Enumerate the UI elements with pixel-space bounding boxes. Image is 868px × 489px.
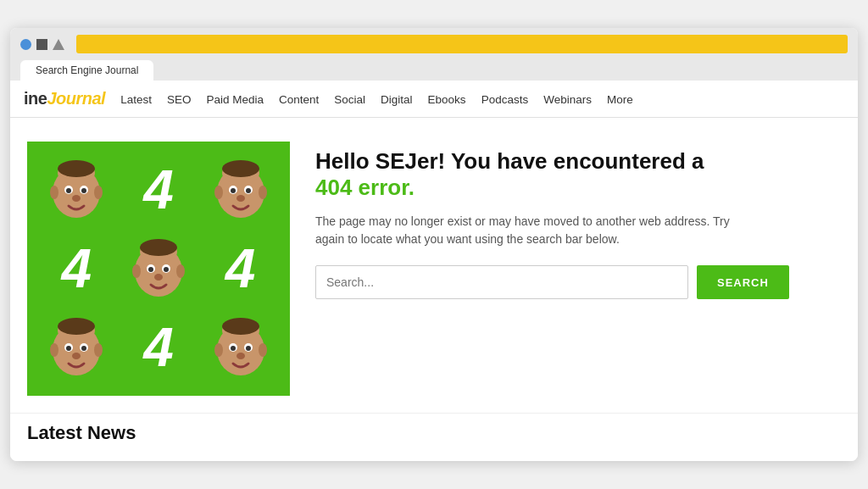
nav-item-more[interactable]: More (607, 92, 633, 107)
face-cell-1 (36, 150, 118, 229)
svg-point-38 (94, 343, 103, 357)
svg-point-16 (236, 195, 245, 202)
big-number-2: 4 (62, 242, 92, 296)
svg-point-47 (214, 343, 223, 357)
nav-item-content[interactable]: Content (279, 92, 319, 107)
svg-point-49 (222, 318, 259, 335)
svg-point-18 (259, 186, 267, 199)
search-row: SEARCH (315, 265, 841, 299)
error-heading-main: Hello SEJer! You have encountered a (315, 148, 704, 174)
number-cell-3: 4 (225, 242, 256, 296)
face-svg-3 (132, 239, 185, 298)
nav-item-ebooks[interactable]: Ebooks (428, 92, 466, 107)
face-svg-2 (214, 160, 267, 219)
svg-point-19 (222, 160, 259, 177)
svg-point-35 (81, 346, 86, 351)
svg-point-45 (246, 346, 251, 351)
svg-point-7 (50, 186, 58, 199)
number-cell-4: 4 (143, 320, 174, 375)
svg-point-25 (164, 267, 169, 272)
nav-item-digital[interactable]: Digital (381, 92, 413, 107)
search-input[interactable] (315, 265, 688, 299)
svg-point-24 (148, 267, 153, 272)
error-code: 404 error. (315, 175, 415, 200)
nav-item-webinars[interactable]: Webinars (543, 92, 592, 107)
browser-chrome: Search Engine Journal (10, 28, 858, 81)
svg-point-26 (154, 274, 163, 281)
svg-point-28 (176, 264, 185, 278)
svg-point-15 (246, 188, 251, 193)
error-heading: Hello SEJer! You have encountered a 404 … (315, 148, 841, 201)
svg-point-9 (58, 160, 95, 177)
face-cell-4 (36, 308, 118, 387)
latest-news-title: Latest News (27, 422, 841, 444)
face-svg-5 (214, 318, 267, 377)
svg-point-14 (231, 188, 236, 193)
browser-dot-square (36, 39, 47, 50)
face-svg-1 (50, 160, 103, 219)
svg-point-39 (58, 318, 95, 335)
svg-point-27 (132, 264, 141, 278)
nav-item-social[interactable]: Social (334, 92, 365, 107)
svg-point-29 (140, 239, 177, 256)
svg-point-34 (66, 346, 71, 351)
nav-menu: Latest SEO Paid Media Content Social Dig… (120, 92, 633, 107)
svg-point-48 (259, 343, 267, 357)
number-cell-2: 4 (62, 242, 92, 296)
error-description: The page may no longer exist or may have… (315, 213, 739, 248)
browser-tab[interactable]: Search Engine Journal (20, 60, 153, 81)
number-cell-1: 4 (143, 163, 174, 217)
svg-point-4 (66, 188, 71, 193)
svg-point-5 (81, 188, 86, 193)
svg-point-44 (231, 346, 236, 351)
address-bar[interactable] (76, 35, 848, 53)
svg-point-17 (214, 186, 223, 199)
search-button[interactable]: SEARCH (697, 265, 789, 299)
svg-point-8 (94, 186, 103, 199)
logo-engine-text: ine (24, 89, 47, 108)
svg-point-6 (72, 195, 81, 202)
browser-dot-blue (20, 39, 31, 50)
face-svg-4 (50, 318, 103, 377)
nav-item-latest[interactable]: Latest (120, 92, 152, 107)
latest-news-section: Latest News (10, 413, 858, 461)
logo-journal-text: Journal (47, 89, 105, 108)
error-404-image: 4 4 (27, 142, 290, 396)
svg-point-37 (50, 343, 58, 357)
face-cell-5 (199, 308, 281, 387)
browser-window: Search Engine Journal ineJournal Latest … (10, 28, 858, 461)
browser-tab-bar: Search Engine Journal (20, 60, 848, 81)
face-cell-3 (118, 229, 200, 308)
big-number-1: 4 (143, 163, 174, 217)
error-text-section: Hello SEJer! You have encountered a 404 … (315, 142, 841, 396)
nav-item-paid-media[interactable]: Paid Media (206, 92, 264, 107)
main-content: 4 4 (10, 118, 858, 413)
svg-point-36 (72, 353, 81, 359)
site-nav: ineJournal Latest SEO Paid Media Content… (10, 81, 858, 118)
face-cell-2 (199, 150, 281, 229)
site-logo: ineJournal (24, 89, 105, 108)
browser-dot-triangle (53, 39, 64, 50)
svg-point-46 (236, 353, 245, 359)
big-number-3: 4 (225, 242, 256, 296)
big-number-4: 4 (143, 320, 174, 375)
nav-item-seo[interactable]: SEO (167, 92, 192, 107)
nav-item-podcasts[interactable]: Podcasts (481, 92, 529, 107)
